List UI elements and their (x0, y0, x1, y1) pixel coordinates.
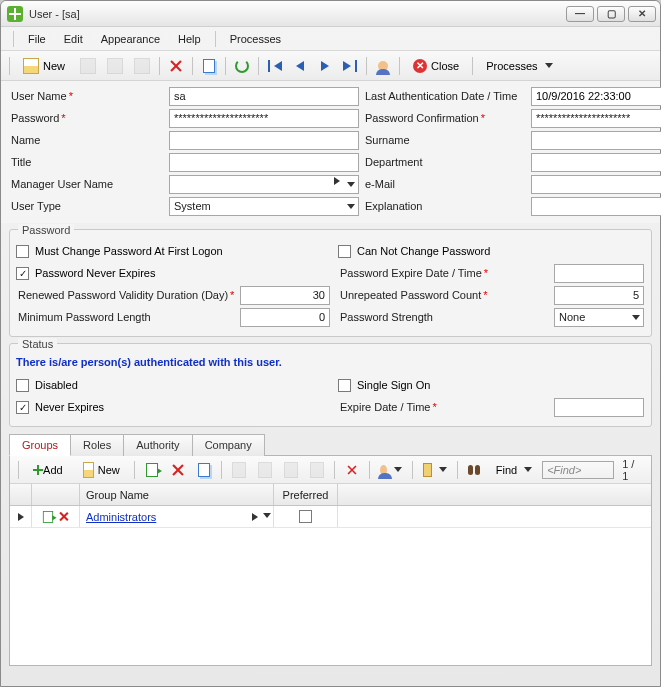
groups-paste-button[interactable] (419, 459, 451, 481)
manager-combo[interactable] (169, 175, 359, 194)
row-goto-icon[interactable] (43, 511, 53, 523)
nav-first-button[interactable] (264, 55, 286, 77)
nav-next-button[interactable] (314, 55, 336, 77)
refresh-button[interactable] (231, 55, 253, 77)
min-len-label: Minimum Password Length (16, 311, 240, 323)
groups-user-button[interactable] (376, 459, 406, 481)
maximize-button[interactable]: ▢ (597, 6, 625, 22)
row-preferred-cell[interactable] (274, 506, 338, 527)
col-group-name[interactable]: Group Name (80, 484, 274, 505)
close-icon: ✕ (413, 59, 427, 73)
renewed-label: Renewed Password Validity Duration (Day)… (16, 289, 240, 301)
groups-outdent-button[interactable] (254, 459, 276, 481)
row-delete-icon[interactable] (58, 511, 69, 522)
never-expires-checkbox[interactable]: ✓ Password Never Expires (16, 267, 155, 280)
save-all-button[interactable] (103, 55, 127, 77)
row-group-name-cell[interactable]: Administrators (80, 506, 274, 527)
checkbox-icon (338, 245, 351, 258)
menu-edit[interactable]: Edit (56, 30, 91, 48)
email-label: e-Mail (363, 178, 527, 190)
unrepeated-input[interactable] (554, 286, 644, 305)
status-never-expires-checkbox[interactable]: ✓ Never Expires (16, 401, 104, 414)
groups-delete-button[interactable] (167, 459, 189, 481)
tab-groups[interactable]: Groups (9, 434, 71, 456)
checkbox-checked-icon: ✓ (16, 267, 29, 280)
delete-button[interactable] (165, 55, 187, 77)
status-legend: Status (18, 338, 57, 350)
user-icon (378, 61, 388, 71)
cannot-change-checkbox[interactable]: Can Not Change Password (338, 245, 490, 258)
surname-input[interactable] (531, 131, 661, 150)
processes-button[interactable]: Processes (478, 55, 560, 77)
title-input[interactable] (169, 153, 359, 172)
groups-grid-header: Group Name Preferred (10, 484, 651, 506)
user-type-label: User Type (9, 200, 165, 212)
groups-find-button[interactable]: Find (490, 459, 538, 481)
row-group-name[interactable]: Administrators (86, 511, 156, 523)
close-window-button[interactable]: ✕ (628, 6, 656, 22)
groups-remove-button[interactable] (341, 459, 363, 481)
groups-copy-button[interactable] (193, 459, 215, 481)
menu-appearance[interactable]: Appearance (93, 30, 168, 48)
menu-processes[interactable]: Processes (222, 30, 289, 48)
explanation-input[interactable] (531, 197, 661, 216)
checkbox-icon (299, 510, 312, 523)
renewed-input[interactable] (240, 286, 330, 305)
nav-last-button[interactable] (339, 55, 361, 77)
email-input[interactable] (531, 175, 661, 194)
minimize-button[interactable]: — (566, 6, 594, 22)
department-input[interactable] (531, 153, 661, 172)
user-name-input[interactable] (169, 87, 359, 106)
row-indicator (10, 506, 32, 527)
min-len-input[interactable] (240, 308, 330, 327)
save-button[interactable] (76, 55, 100, 77)
user-button[interactable] (372, 55, 394, 77)
menu-help[interactable]: Help (170, 30, 209, 48)
copy-icon (203, 59, 215, 73)
groups-binoc-button[interactable] (464, 459, 486, 481)
groups-panel: Add New Find (9, 456, 652, 666)
tab-company[interactable]: Company (192, 434, 265, 456)
password-input[interactable] (169, 109, 359, 128)
groups-new-button[interactable]: New (75, 459, 128, 481)
new-button[interactable]: New (15, 55, 73, 77)
user-type-combo[interactable]: System (169, 197, 359, 216)
tab-authority[interactable]: Authority (123, 434, 192, 456)
must-change-checkbox[interactable]: Must Change Password At First Logon (16, 245, 223, 258)
sso-checkbox[interactable]: Single Sign On (338, 379, 430, 392)
close-button[interactable]: ✕ Close (405, 55, 467, 77)
password-fieldset: Password Must Change Password At First L… (9, 229, 652, 337)
department-label: Department (363, 156, 527, 168)
password-conf-input[interactable] (531, 109, 661, 128)
unrepeated-label: Unrepeated Password Count* (338, 289, 554, 301)
strength-combo[interactable]: None (554, 308, 644, 327)
groups-up-button[interactable] (280, 459, 302, 481)
col-actions (32, 484, 80, 505)
table-row[interactable]: Administrators (10, 506, 651, 528)
groups-find-input[interactable]: <Find> (542, 461, 614, 479)
password-conf-label: Password Confirmation* (363, 112, 527, 124)
strength-label: Password Strength (338, 311, 554, 323)
toolbar: New ✕ Close Processes (1, 51, 660, 81)
row-spacer (338, 506, 651, 527)
groups-indent-button[interactable] (228, 459, 250, 481)
groups-pager: 1 / 1 (618, 458, 645, 482)
tab-roles[interactable]: Roles (70, 434, 124, 456)
arrow-right-icon (334, 177, 340, 185)
print-button[interactable] (130, 55, 154, 77)
status-expire-input[interactable] (554, 398, 644, 417)
remove-icon (347, 464, 358, 475)
copy-button[interactable] (198, 55, 220, 77)
name-input[interactable] (169, 131, 359, 150)
col-preferred[interactable]: Preferred (274, 484, 338, 505)
groups-add-button[interactable]: Add (25, 459, 71, 481)
disabled-checkbox[interactable]: Disabled (16, 379, 78, 392)
groups-down-button[interactable] (306, 459, 328, 481)
chevron-down-icon (545, 63, 553, 68)
nav-prev-button[interactable] (289, 55, 311, 77)
status-fieldset: Status There is/are person(s) authentica… (9, 343, 652, 427)
groups-goto-button[interactable] (141, 459, 163, 481)
pw-expire-input[interactable] (554, 264, 644, 283)
current-row-icon (18, 513, 24, 521)
menu-file[interactable]: File (20, 30, 54, 48)
